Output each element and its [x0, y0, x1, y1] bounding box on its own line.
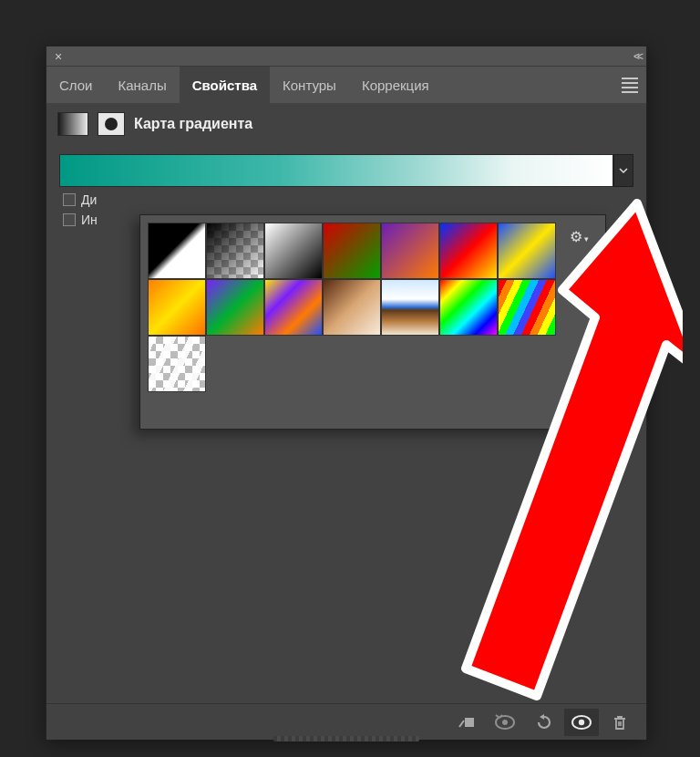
- swatch-orange-yellow-orange[interactable]: [148, 279, 206, 336]
- gradient-picker-row: [59, 154, 633, 187]
- swatch-chrome[interactable]: [381, 279, 439, 336]
- swatch-violet-orange[interactable]: [381, 223, 439, 279]
- adjustment-thumb-icon: [57, 112, 88, 136]
- tab-каналы[interactable]: Каналы: [105, 67, 179, 103]
- gradient-preview[interactable]: [59, 154, 613, 187]
- collapse-icon[interactable]: <<: [633, 50, 641, 63]
- tab-свойства[interactable]: Свойства: [180, 67, 270, 103]
- swatch-rainbow-stripes[interactable]: [498, 279, 556, 336]
- swatch-transparent-stripes[interactable]: [148, 336, 206, 392]
- panel-footer: [46, 703, 646, 740]
- adjustment-title: Карта градиента: [134, 116, 252, 132]
- adjustment-header: Карта градиента: [46, 103, 646, 145]
- swatch-bw[interactable]: [148, 223, 206, 279]
- swatch-yellow-violet-orange-blue[interactable]: [264, 279, 323, 336]
- popup-resize-grip-icon[interactable]: ⋰: [592, 414, 602, 427]
- svg-point-2: [579, 719, 584, 724]
- panel-menu-icon[interactable]: [613, 67, 646, 103]
- tab-коррекция[interactable]: Коррекция: [349, 67, 442, 103]
- tab-контуры[interactable]: Контуры: [270, 67, 349, 103]
- invert-label: Ин: [81, 213, 98, 227]
- toggle-visibility-icon[interactable]: [564, 709, 599, 736]
- dither-checkbox[interactable]: Ди: [63, 192, 630, 207]
- swatch-red-green[interactable]: [323, 223, 381, 279]
- swatch-copper[interactable]: [323, 279, 381, 336]
- reset-icon[interactable]: [526, 709, 561, 736]
- tab-bar: СлоиКаналыСвойстваКонтурыКоррекция: [46, 67, 646, 103]
- gradient-presets-popup: ⚙▾ ⋰: [139, 214, 606, 430]
- panel-resize-grip-icon[interactable]: [273, 736, 419, 741]
- swatch-blue-red-yellow[interactable]: [439, 223, 498, 279]
- mask-thumb-icon: [98, 112, 125, 136]
- swatch-spectrum[interactable]: [439, 279, 498, 336]
- properties-panel: × << СлоиКаналыСвойстваКонтурыКоррекция …: [46, 46, 647, 739]
- swatch-wb[interactable]: [264, 223, 323, 279]
- swatch-grid: [148, 223, 598, 392]
- svg-rect-0: [465, 718, 474, 727]
- panel-titlebar: × <<: [46, 47, 646, 67]
- clip-to-layer-icon[interactable]: [449, 709, 484, 736]
- tab-слои[interactable]: Слои: [46, 67, 105, 103]
- gradient-dropdown-button[interactable]: [613, 154, 633, 187]
- close-icon[interactable]: ×: [50, 48, 67, 65]
- view-previous-state-icon[interactable]: [488, 709, 522, 736]
- svg-point-1: [502, 720, 508, 725]
- swatch-violet-green-orange[interactable]: [206, 279, 264, 336]
- delete-adjustment-icon[interactable]: [602, 709, 637, 736]
- swatch-bw-trans[interactable]: [206, 223, 264, 279]
- swatch-blue-yellow-blue[interactable]: [498, 223, 556, 279]
- panel-body: Карта градиента Ди Ин ⚙▾: [46, 103, 646, 740]
- dither-label: Ди: [81, 192, 97, 207]
